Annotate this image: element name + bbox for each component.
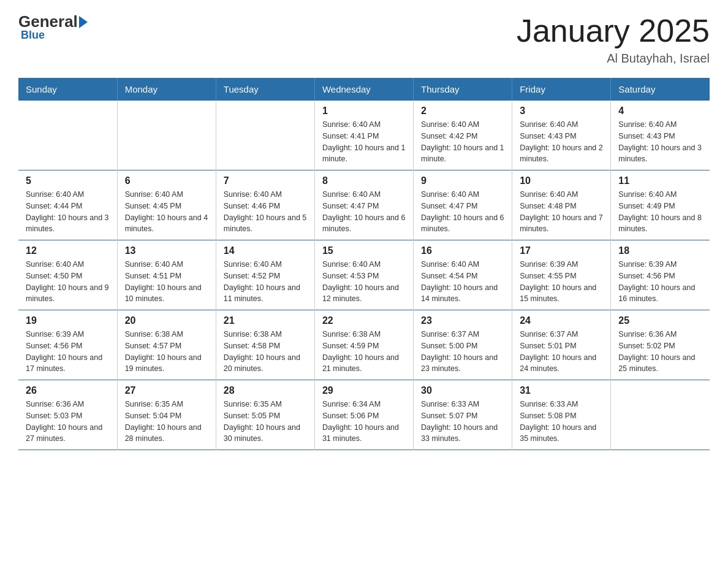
day-info: Sunrise: 6:35 AMSunset: 5:04 PMDaylight:…: [125, 399, 208, 445]
day-number: 14: [224, 245, 307, 256]
day-number: 26: [26, 385, 110, 396]
day-number: 15: [322, 245, 406, 256]
day-number: 29: [322, 385, 406, 396]
day-number: 10: [520, 175, 603, 186]
day-number: 13: [125, 245, 208, 256]
day-number: 27: [125, 385, 208, 396]
day-info: Sunrise: 6:40 AMSunset: 4:42 PMDaylight:…: [421, 119, 504, 165]
day-number: 6: [125, 175, 208, 186]
day-number: 20: [125, 315, 208, 326]
calendar-cell: 12Sunrise: 6:40 AMSunset: 4:50 PMDayligh…: [18, 240, 117, 310]
calendar-week-row: 12Sunrise: 6:40 AMSunset: 4:50 PMDayligh…: [18, 240, 710, 310]
day-number: 25: [618, 315, 702, 326]
calendar-cell: 29Sunrise: 6:34 AMSunset: 5:06 PMDayligh…: [314, 380, 413, 450]
day-number: 1: [322, 105, 406, 117]
day-info: Sunrise: 6:40 AMSunset: 4:50 PMDaylight:…: [26, 259, 110, 305]
day-info: Sunrise: 6:36 AMSunset: 5:02 PMDaylight:…: [618, 329, 702, 375]
weekday-header: Saturday: [611, 78, 710, 101]
day-number: 21: [224, 315, 307, 326]
day-info: Sunrise: 6:38 AMSunset: 4:57 PMDaylight:…: [125, 329, 208, 375]
calendar-cell: 7Sunrise: 6:40 AMSunset: 4:46 PMDaylight…: [216, 170, 314, 240]
logo-blue: Blue: [21, 29, 45, 42]
calendar-cell: 25Sunrise: 6:36 AMSunset: 5:02 PMDayligh…: [611, 310, 710, 380]
calendar-cell: 8Sunrise: 6:40 AMSunset: 4:47 PMDaylight…: [314, 170, 413, 240]
day-info: Sunrise: 6:36 AMSunset: 5:03 PMDaylight:…: [26, 399, 110, 445]
day-info: Sunrise: 6:40 AMSunset: 4:51 PMDaylight:…: [125, 259, 208, 305]
day-info: Sunrise: 6:40 AMSunset: 4:45 PMDaylight:…: [125, 189, 208, 235]
calendar-week-row: 1Sunrise: 6:40 AMSunset: 4:41 PMDaylight…: [18, 101, 710, 170]
logo-triangle-icon: [79, 16, 88, 28]
calendar-body: 1Sunrise: 6:40 AMSunset: 4:41 PMDaylight…: [18, 101, 710, 450]
day-info: Sunrise: 6:38 AMSunset: 4:58 PMDaylight:…: [224, 329, 307, 375]
calendar-cell: 20Sunrise: 6:38 AMSunset: 4:57 PMDayligh…: [117, 310, 216, 380]
day-number: 3: [520, 105, 603, 117]
day-info: Sunrise: 6:40 AMSunset: 4:49 PMDaylight:…: [618, 189, 702, 235]
calendar-cell: 19Sunrise: 6:39 AMSunset: 4:56 PMDayligh…: [18, 310, 117, 380]
calendar-cell: [18, 101, 117, 170]
weekday-header: Monday: [117, 78, 216, 101]
weekday-header: Thursday: [414, 78, 512, 101]
location-subtitle: Al Butayhah, Israel: [517, 52, 710, 66]
day-info: Sunrise: 6:33 AMSunset: 5:08 PMDaylight:…: [520, 399, 603, 445]
calendar-cell: 16Sunrise: 6:40 AMSunset: 4:54 PMDayligh…: [414, 240, 512, 310]
calendar-cell: 13Sunrise: 6:40 AMSunset: 4:51 PMDayligh…: [117, 240, 216, 310]
calendar-week-row: 19Sunrise: 6:39 AMSunset: 4:56 PMDayligh…: [18, 310, 710, 380]
title-section: January 2025 Al Butayhah, Israel: [517, 12, 710, 66]
calendar-cell: 15Sunrise: 6:40 AMSunset: 4:53 PMDayligh…: [314, 240, 413, 310]
calendar-table: SundayMondayTuesdayWednesdayThursdayFrid…: [18, 78, 710, 450]
day-number: 30: [421, 385, 504, 396]
day-number: 2: [421, 105, 504, 117]
day-info: Sunrise: 6:40 AMSunset: 4:48 PMDaylight:…: [520, 189, 603, 235]
calendar-cell: 2Sunrise: 6:40 AMSunset: 4:42 PMDaylight…: [414, 101, 512, 170]
day-number: 9: [421, 175, 504, 186]
calendar-week-row: 5Sunrise: 6:40 AMSunset: 4:44 PMDaylight…: [18, 170, 710, 240]
calendar-cell: 11Sunrise: 6:40 AMSunset: 4:49 PMDayligh…: [611, 170, 710, 240]
calendar-cell: [117, 101, 216, 170]
calendar-cell: 4Sunrise: 6:40 AMSunset: 4:43 PMDaylight…: [611, 101, 710, 170]
day-number: 22: [322, 315, 406, 326]
calendar-cell: 10Sunrise: 6:40 AMSunset: 4:48 PMDayligh…: [512, 170, 611, 240]
day-info: Sunrise: 6:40 AMSunset: 4:47 PMDaylight:…: [322, 189, 406, 235]
calendar-cell: 21Sunrise: 6:38 AMSunset: 4:58 PMDayligh…: [216, 310, 314, 380]
calendar-cell: 30Sunrise: 6:33 AMSunset: 5:07 PMDayligh…: [414, 380, 512, 450]
day-info: Sunrise: 6:40 AMSunset: 4:43 PMDaylight:…: [618, 119, 702, 165]
day-number: 11: [618, 175, 702, 186]
calendar-cell: 27Sunrise: 6:35 AMSunset: 5:04 PMDayligh…: [117, 380, 216, 450]
day-number: 16: [421, 245, 504, 256]
calendar-cell: [216, 101, 314, 170]
weekday-header: Tuesday: [216, 78, 314, 101]
weekday-header: Wednesday: [314, 78, 413, 101]
day-info: Sunrise: 6:37 AMSunset: 5:01 PMDaylight:…: [520, 329, 603, 375]
day-info: Sunrise: 6:39 AMSunset: 4:55 PMDaylight:…: [520, 259, 603, 305]
day-number: 31: [520, 385, 603, 396]
calendar-cell: 22Sunrise: 6:38 AMSunset: 4:59 PMDayligh…: [314, 310, 413, 380]
calendar-cell: 1Sunrise: 6:40 AMSunset: 4:41 PMDaylight…: [314, 101, 413, 170]
calendar-cell: 28Sunrise: 6:35 AMSunset: 5:05 PMDayligh…: [216, 380, 314, 450]
logo: General Blue: [18, 12, 90, 42]
weekday-header-row: SundayMondayTuesdayWednesdayThursdayFrid…: [18, 78, 710, 101]
day-info: Sunrise: 6:39 AMSunset: 4:56 PMDaylight:…: [26, 329, 110, 375]
day-info: Sunrise: 6:40 AMSunset: 4:53 PMDaylight:…: [322, 259, 406, 305]
day-info: Sunrise: 6:40 AMSunset: 4:54 PMDaylight:…: [421, 259, 504, 305]
calendar-header: SundayMondayTuesdayWednesdayThursdayFrid…: [18, 78, 710, 101]
main-title: January 2025: [517, 12, 710, 49]
calendar-cell: [611, 380, 710, 450]
day-info: Sunrise: 6:37 AMSunset: 5:00 PMDaylight:…: [421, 329, 504, 375]
calendar-cell: 14Sunrise: 6:40 AMSunset: 4:52 PMDayligh…: [216, 240, 314, 310]
calendar-cell: 17Sunrise: 6:39 AMSunset: 4:55 PMDayligh…: [512, 240, 611, 310]
day-number: 17: [520, 245, 603, 256]
calendar-cell: 9Sunrise: 6:40 AMSunset: 4:47 PMDaylight…: [414, 170, 512, 240]
page-header: General Blue January 2025 Al Butayhah, I…: [18, 12, 710, 66]
day-info: Sunrise: 6:40 AMSunset: 4:52 PMDaylight:…: [224, 259, 307, 305]
day-info: Sunrise: 6:40 AMSunset: 4:43 PMDaylight:…: [520, 119, 603, 165]
day-number: 7: [224, 175, 307, 186]
day-number: 19: [26, 315, 110, 326]
day-info: Sunrise: 6:40 AMSunset: 4:41 PMDaylight:…: [322, 119, 406, 165]
calendar-cell: 5Sunrise: 6:40 AMSunset: 4:44 PMDaylight…: [18, 170, 117, 240]
day-number: 24: [520, 315, 603, 326]
calendar-week-row: 26Sunrise: 6:36 AMSunset: 5:03 PMDayligh…: [18, 380, 710, 450]
day-info: Sunrise: 6:40 AMSunset: 4:46 PMDaylight:…: [224, 189, 307, 235]
calendar-cell: 6Sunrise: 6:40 AMSunset: 4:45 PMDaylight…: [117, 170, 216, 240]
calendar-cell: 18Sunrise: 6:39 AMSunset: 4:56 PMDayligh…: [611, 240, 710, 310]
calendar-cell: 26Sunrise: 6:36 AMSunset: 5:03 PMDayligh…: [18, 380, 117, 450]
